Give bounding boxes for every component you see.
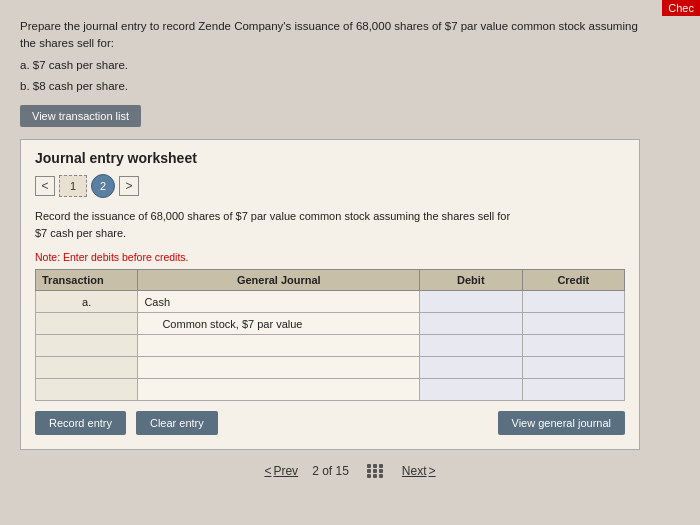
credit-cell[interactable] xyxy=(522,335,624,357)
note-text: Note: Enter debits before credits. xyxy=(35,251,625,263)
worksheet-title: Journal entry worksheet xyxy=(35,150,625,166)
journal-cell[interactable]: Common stock, $7 par value xyxy=(138,313,420,335)
worksheet-box: Journal entry worksheet < 1 2 > Record t… xyxy=(20,139,640,450)
top-bar-label: Chec xyxy=(662,0,700,16)
header-transaction: Transaction xyxy=(36,270,138,291)
tab-next-arrow[interactable]: > xyxy=(119,176,139,196)
credit-cell[interactable] xyxy=(522,291,624,313)
grid-icon xyxy=(367,464,384,478)
table-row xyxy=(36,357,625,379)
debit-cell[interactable] xyxy=(420,335,522,357)
table-row: Common stock, $7 par value xyxy=(36,313,625,335)
header-general-journal: General Journal xyxy=(138,270,420,291)
bottom-navigation: < Prev 2 of 15 Next > xyxy=(20,464,680,478)
credit-cell[interactable] xyxy=(522,357,624,379)
journal-cell[interactable] xyxy=(138,379,420,401)
tab-1[interactable]: 1 xyxy=(59,175,87,197)
journal-cell[interactable] xyxy=(138,357,420,379)
current-page: 2 xyxy=(312,464,319,478)
table-row xyxy=(36,335,625,357)
prev-arrow-icon: < xyxy=(264,464,271,478)
transaction-cell xyxy=(36,313,138,335)
next-arrow-icon: > xyxy=(429,464,436,478)
page-info: 2 of 15 xyxy=(312,464,349,478)
view-general-journal-button[interactable]: View general journal xyxy=(498,411,625,435)
debit-cell[interactable] xyxy=(420,357,522,379)
transaction-description: Record the issuance of 68,000 shares of … xyxy=(35,208,515,241)
instructions-item-b: b. $8 cash per share. xyxy=(20,78,640,95)
debit-cell[interactable] xyxy=(420,291,522,313)
journal-cell[interactable]: Cash xyxy=(138,291,420,313)
clear-entry-button[interactable]: Clear entry xyxy=(136,411,218,435)
tab-navigation: < 1 2 > xyxy=(35,174,625,198)
bottom-buttons: Record entry Clear entry View general jo… xyxy=(35,411,625,435)
transaction-cell xyxy=(36,335,138,357)
tab-2[interactable]: 2 xyxy=(91,174,115,198)
debit-cell[interactable] xyxy=(420,313,522,335)
debit-cell[interactable] xyxy=(420,379,522,401)
credit-cell[interactable] xyxy=(522,379,624,401)
journal-table: Transaction General Journal Debit Credit… xyxy=(35,269,625,401)
instructions-main: Prepare the journal entry to record Zend… xyxy=(20,18,640,53)
total-pages: 15 xyxy=(336,464,349,478)
instructions-item-a: a. $7 cash per share. xyxy=(20,57,640,74)
transaction-cell xyxy=(36,379,138,401)
prev-label[interactable]: Prev xyxy=(273,464,298,478)
next-label[interactable]: Next xyxy=(402,464,427,478)
header-debit: Debit xyxy=(420,270,522,291)
transaction-cell xyxy=(36,357,138,379)
tab-prev-arrow[interactable]: < xyxy=(35,176,55,196)
page-separator: of xyxy=(322,464,335,478)
view-transaction-button[interactable]: View transaction list xyxy=(20,105,141,127)
credit-cell[interactable] xyxy=(522,313,624,335)
table-row xyxy=(36,379,625,401)
prev-button[interactable]: < Prev xyxy=(264,464,298,478)
table-row: a.Cash xyxy=(36,291,625,313)
next-button[interactable]: Next > xyxy=(402,464,436,478)
instructions-block: Prepare the journal entry to record Zend… xyxy=(20,18,640,95)
transaction-cell: a. xyxy=(36,291,138,313)
record-entry-button[interactable]: Record entry xyxy=(35,411,126,435)
journal-cell[interactable] xyxy=(138,335,420,357)
header-credit: Credit xyxy=(522,270,624,291)
